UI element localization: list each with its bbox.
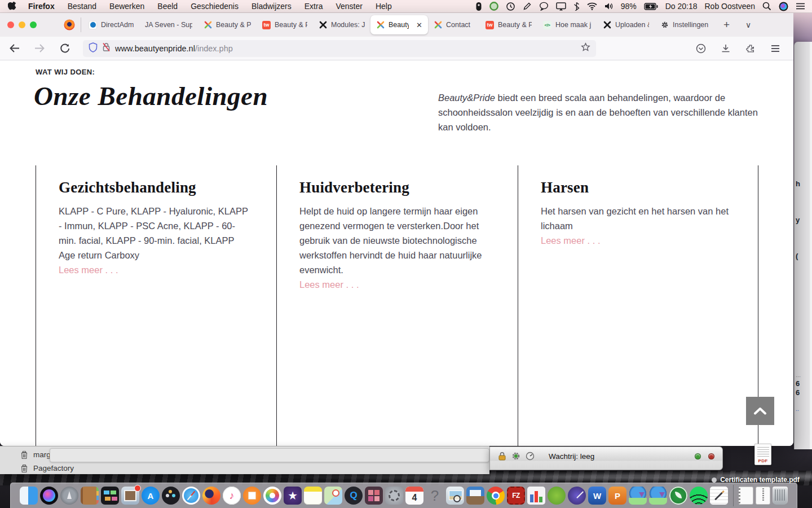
window-zoom-button[interactable]: [30, 21, 37, 28]
dock-safari-icon[interactable]: [182, 487, 200, 505]
dock-question-icon[interactable]: ?: [426, 487, 444, 505]
dock-firefox-icon[interactable]: [202, 487, 220, 505]
time-machine-icon[interactable]: [506, 2, 515, 11]
dock-preview-icon[interactable]: [446, 487, 464, 505]
tab-ja-seven[interactable]: JA Seven - Sup: [139, 15, 198, 34]
app-menu-hamburger-icon[interactable]: [763, 44, 788, 53]
tab-close-icon[interactable]: ✕: [416, 21, 422, 29]
window-minimize-button[interactable]: [19, 21, 25, 28]
menu-help[interactable]: Help: [376, 2, 392, 11]
dock-word-icon[interactable]: W: [588, 487, 606, 505]
dock-notes-icon[interactable]: [304, 487, 322, 505]
downloads-icon[interactable]: [713, 43, 738, 54]
dock-keynote-icon[interactable]: [466, 487, 484, 505]
bluetooth-icon[interactable]: [573, 2, 580, 11]
apple-menu-icon[interactable]: [8, 2, 16, 11]
dock-powerpoint-icon[interactable]: P: [608, 487, 626, 505]
dock-textedit-icon[interactable]: [710, 487, 728, 505]
dock-greenoffice-icon[interactable]: [548, 487, 566, 505]
dock-globe2-icon[interactable]: [649, 487, 667, 505]
address-bar[interactable]: www.beautyenpride.nl/index.php: [83, 40, 596, 57]
speed-gauge-icon[interactable]: [526, 452, 535, 461]
tab-uploaden[interactable]: Uploaden &: [597, 15, 655, 34]
dock-maps-icon[interactable]: [324, 487, 342, 505]
dock-missionctrl-icon[interactable]: [101, 487, 119, 505]
tab-contact[interactable]: Contact: [428, 15, 480, 34]
trash-icon[interactable]: [20, 464, 28, 473]
dock-ink-icon[interactable]: [568, 487, 586, 505]
menu-extra[interactable]: Extra: [304, 2, 323, 11]
dock-quicktime-icon[interactable]: Q: [345, 487, 363, 505]
tab-beauty-pride-tw[interactable]: tw Beauty & Pr: [257, 15, 313, 34]
dock-dashboard-icon[interactable]: [162, 487, 180, 505]
back-button[interactable]: [0, 43, 27, 53]
menu-bewerken[interactable]: Bewerken: [109, 2, 144, 11]
firefox-logo-icon[interactable]: [64, 19, 75, 30]
siri-icon[interactable]: [779, 2, 788, 11]
dock-trash-icon[interactable]: [773, 487, 788, 505]
new-tab-button[interactable]: +: [714, 19, 739, 31]
trash-icon[interactable]: [20, 450, 28, 459]
dock-contacts-icon[interactable]: [81, 487, 99, 505]
lees-meer-link[interactable]: Lees meer . . .: [299, 277, 359, 292]
tab-beauty-pride-tw-2[interactable]: tw Beauty & Pr: [480, 15, 537, 34]
pocket-icon[interactable]: [689, 43, 713, 54]
auto-gear-icon[interactable]: [511, 452, 520, 461]
dock-photos-icon[interactable]: [263, 487, 281, 505]
tab-beauty-pride-active[interactable]: Beauty & ✕: [370, 15, 428, 34]
battery-charging-icon[interactable]: [644, 3, 658, 10]
wifi-icon[interactable]: [587, 2, 597, 10]
tab-beauty-pride-joomla[interactable]: Beauty & P: [198, 15, 257, 34]
dock-filezilla-icon[interactable]: FZ: [507, 487, 525, 505]
pencil-icon[interactable]: [523, 2, 532, 11]
lees-meer-link[interactable]: Lees meer . . .: [541, 233, 600, 248]
green-utility-icon[interactable]: [489, 2, 498, 11]
volume-icon[interactable]: [604, 2, 614, 10]
dock-calendar-icon[interactable]: 4: [405, 487, 423, 505]
menu-user-name[interactable]: Rob Oostveen: [705, 2, 756, 11]
pin-app-icon[interactable]: [475, 2, 482, 11]
menu-bestand[interactable]: Bestand: [68, 2, 96, 11]
forward-button[interactable]: [27, 43, 52, 53]
dock-charts-icon[interactable]: [527, 487, 545, 505]
speech-bubble-icon[interactable]: [539, 2, 549, 11]
desktop-file-pdf-icon[interactable]: PDF: [754, 444, 771, 465]
dock-siri-icon[interactable]: [40, 487, 58, 505]
menu-beeld[interactable]: Beeld: [157, 2, 178, 11]
dock-ibooks-icon[interactable]: [243, 487, 261, 505]
airplay-display-icon[interactable]: [556, 2, 566, 11]
dock-finder-icon[interactable]: [20, 487, 38, 505]
tab-hoe-maak-je[interactable]: </> Hoe maak j: [537, 15, 597, 34]
dock-sysprefs-icon[interactable]: [385, 487, 403, 505]
dock-archivefile-icon[interactable]: [756, 487, 770, 505]
menu-firefox[interactable]: Firefox: [28, 2, 55, 11]
reload-button[interactable]: [52, 43, 77, 54]
dock-leaf-icon[interactable]: [669, 487, 687, 505]
scroll-to-top-button[interactable]: [746, 397, 774, 425]
tracking-protection-shield-icon[interactable]: [89, 42, 98, 55]
menu-clock[interactable]: Do 20:18: [665, 2, 698, 11]
tab-directadmin[interactable]: DirectAdmi: [83, 15, 139, 34]
tab-overflow-chevron-icon[interactable]: ∨: [739, 20, 758, 29]
menu-venster[interactable]: Venster: [336, 2, 362, 11]
dock-itunes-icon[interactable]: ♪: [223, 487, 241, 505]
dock-photobooth-icon[interactable]: [365, 487, 383, 505]
dock-launchpad-icon[interactable]: [60, 487, 78, 505]
spotlight-search-icon[interactable]: [762, 2, 771, 11]
tab-modules[interactable]: Modules: J: [313, 15, 370, 34]
dock-globe1-icon[interactable]: [629, 487, 647, 505]
tab-instellingen[interactable]: Instellingen: [655, 15, 714, 34]
dock-chrome-icon[interactable]: [487, 487, 505, 505]
dock-spiralfile-icon[interactable]: [739, 487, 753, 505]
menu-bladwijzers[interactable]: Bladwijzers: [251, 2, 292, 11]
url-text[interactable]: www.beautyenpride.nl/index.php: [115, 44, 576, 53]
notification-center-icon[interactable]: [796, 2, 805, 10]
lees-meer-link[interactable]: Lees meer . . .: [59, 262, 118, 277]
dock-spotify-icon[interactable]: [690, 487, 708, 505]
dock-appstore-icon[interactable]: A: [142, 487, 160, 505]
dock-mail-icon[interactable]: [121, 487, 139, 505]
insecure-lock-icon[interactable]: [102, 42, 111, 54]
window-close-button[interactable]: [7, 21, 14, 28]
bookmark-star-icon[interactable]: [581, 42, 590, 54]
lock-icon[interactable]: [498, 452, 506, 461]
